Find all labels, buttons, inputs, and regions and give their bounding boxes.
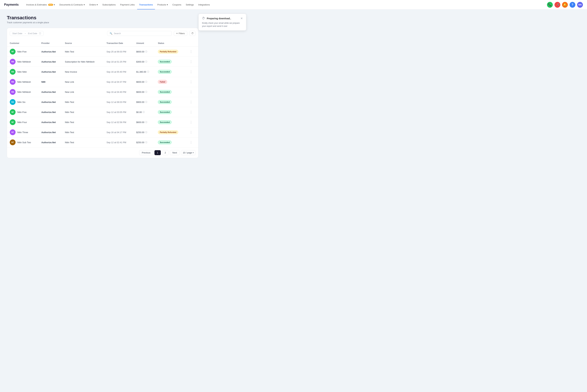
status-badge: Succeeded (158, 70, 172, 74)
table-row: NF Nitin Five Authorize.Net Nitin Test S… (7, 47, 198, 57)
info-icon[interactable]: ⓘ (145, 90, 147, 94)
nav-integrations[interactable]: Integrations (196, 2, 212, 7)
page-subtitle: Track customer payments at a single plac… (7, 21, 198, 24)
info-icon[interactable]: ⓘ (145, 50, 147, 53)
more-options-button[interactable]: ⋮ (188, 90, 194, 94)
export-button[interactable]: ⏱ (189, 31, 195, 36)
filters-button[interactable]: ≡ Filters (174, 31, 187, 36)
more-options-button[interactable]: ⋮ (188, 60, 194, 64)
more-options-button[interactable]: ⋮ (188, 100, 194, 104)
info-icon[interactable]: ⓘ (145, 80, 147, 84)
more-options-button[interactable]: ⋮ (188, 130, 194, 134)
avatar: NN (10, 59, 16, 64)
filter-icon: ≡ (176, 32, 178, 35)
date-cell-7: Sep 12 at 02:56 PM (104, 117, 134, 127)
megaphone-icon-button[interactable]: 📣 (554, 2, 560, 8)
col-provider: Provider (39, 40, 62, 47)
customer-cell-3: NN Nitin Nithilesh (7, 77, 39, 87)
date-cell-3: Sep 16 at 04:37 PM (104, 77, 134, 87)
chevron-down-icon: ▾ (167, 4, 168, 6)
actions-cell-4: ⋮ (186, 87, 198, 97)
page-header: Transactions Track customer payments at … (7, 15, 198, 24)
status-cell-7: Succeeded (155, 117, 186, 127)
table-row: NN Nitin Nithilesh NMI New Link Sep 16 a… (7, 77, 198, 87)
nav-icon-group: 📞 📣 🔔 ? NN (547, 2, 583, 8)
nav-invoices-estimates[interactable]: Invoices & Estimates New ▾ (24, 2, 57, 7)
nav-coupons[interactable]: Coupons (170, 2, 183, 7)
avatar: NT (10, 140, 16, 145)
toast-header: ⏱ Preparing download.. ✕ (202, 16, 243, 20)
main-content: Transactions Track customer payments at … (0, 10, 205, 164)
info-icon[interactable]: ⓘ (145, 131, 147, 134)
close-icon[interactable]: ✕ (240, 17, 243, 20)
provider-cell-1: Authorize.Net (39, 57, 62, 67)
arrow-icon: → (24, 32, 26, 35)
filters-row: Start Date → End Date ☐ 🔍 Search ≡ Filte… (7, 28, 198, 37)
customer-name: Nitin Four (17, 121, 27, 124)
info-icon[interactable]: ⓘ (145, 60, 147, 63)
info-icon[interactable]: ⓘ (143, 111, 145, 114)
user-avatar-button[interactable]: NN (577, 2, 583, 8)
nav-payment-links[interactable]: Payment Links (118, 2, 137, 7)
page-title: Transactions (7, 15, 198, 20)
search-box[interactable]: 🔍 Search (107, 31, 172, 36)
source-cell-3: New Link (62, 77, 104, 87)
source-cell-2: New Invoice (62, 67, 104, 77)
calendar-icon: ☐ (39, 32, 41, 35)
help-icon-button[interactable]: ? (569, 2, 575, 8)
more-options-button[interactable]: ⋮ (188, 140, 194, 144)
table-row: NN Nitin Nitin Authorize.Net New Invoice… (7, 67, 198, 77)
date-range-picker[interactable]: Start Date → End Date ☐ (10, 31, 44, 36)
info-icon[interactable]: ⓘ (145, 141, 147, 144)
more-options-button[interactable]: ⋮ (188, 120, 194, 124)
info-icon[interactable]: ⓘ (147, 70, 149, 73)
info-icon[interactable]: ⓘ (145, 101, 147, 104)
next-button[interactable]: Next (170, 150, 180, 155)
nav-documents-contracts[interactable]: Documents & Contracts ▾ (57, 2, 87, 7)
customer-cell-0: NF Nitin Five (7, 47, 39, 57)
avatar: NF (10, 119, 16, 125)
toast-title: Preparing download.. (207, 17, 239, 20)
customer-cell-4: NN Nitin Nithilesh (7, 87, 39, 97)
status-badge: Succeeded (158, 90, 172, 94)
customer-name: Nitin Five (17, 50, 27, 53)
bell-icon-button[interactable]: 🔔 (562, 2, 568, 8)
previous-button[interactable]: Previous (139, 150, 153, 155)
more-options-button[interactable]: ⋮ (188, 80, 194, 84)
customer-cell-9: NT Nitin Sub Two (7, 138, 39, 148)
more-options-button[interactable]: ⋮ (188, 50, 194, 54)
amount-cell-1: $300.00 ⓘ (134, 57, 155, 67)
per-page-selector[interactable]: 10 / page ▾ (181, 150, 195, 155)
table-row: NN Nitin Nithilesh Authorize.Net Subscri… (7, 57, 198, 67)
phone-icon-button[interactable]: 📞 (547, 2, 553, 8)
customer-name: Nitin Nithilesh (17, 91, 31, 93)
nav-orders[interactable]: Orders ▾ (87, 2, 100, 7)
start-date-placeholder: Start Date (12, 32, 23, 35)
clock-icon: ⏱ (202, 16, 205, 20)
source-cell-0: Nitin Test (62, 47, 104, 57)
page-1-button[interactable]: 1 (154, 150, 161, 155)
page-2-button[interactable]: 2 (162, 150, 168, 155)
nav-settings[interactable]: Settings (184, 2, 196, 7)
new-badge: New (48, 4, 53, 6)
status-cell-9: Succeeded (155, 138, 186, 148)
table-body: NF Nitin Five Authorize.Net Nitin Test S… (7, 47, 198, 148)
nav-products[interactable]: Products ▾ (155, 2, 170, 7)
amount-cell-2: $1,380.00 ⓘ (134, 67, 155, 77)
source-cell-5: Nitin Test (62, 97, 104, 107)
status-badge: Succeeded (158, 140, 172, 144)
info-icon[interactable]: ⓘ (145, 121, 147, 124)
table-row: NT Nitin Three Authorize.Net Nitin Test … (7, 127, 198, 138)
amount-cell-9: $250.00 ⓘ (134, 138, 155, 148)
customer-cell-7: NF Nitin Four (7, 117, 39, 127)
amount-cell-0: $600.00 ⓘ (134, 47, 155, 57)
more-options-button[interactable]: ⋮ (188, 110, 194, 114)
provider-cell-7: Authorize.Net (39, 117, 62, 127)
nav-subscriptions[interactable]: Subscriptions (100, 2, 118, 7)
more-options-button[interactable]: ⋮ (188, 70, 194, 74)
source-cell-4: New Link (62, 87, 104, 97)
status-badge: Succeeded (158, 60, 172, 64)
source-cell-8: Nitin Test (62, 127, 104, 138)
nav-transactions[interactable]: Transactions (137, 2, 155, 7)
amount-cell-3: $600.00 ⓘ (134, 77, 155, 87)
